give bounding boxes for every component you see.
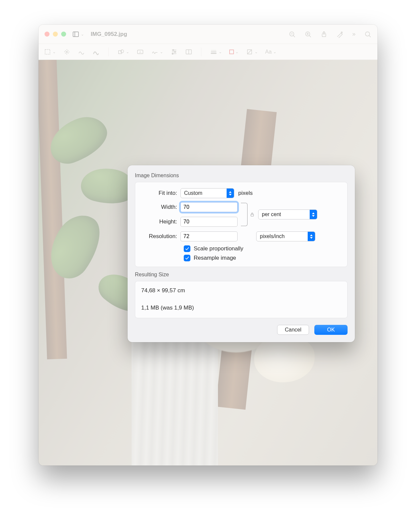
scale-proportionally-checkbox[interactable] <box>184 245 190 252</box>
resample-image-label: Resample image <box>194 255 236 261</box>
resulting-dimensions: 74,68 × 99,57 cm <box>141 287 341 295</box>
resolution-input[interactable] <box>180 231 238 241</box>
height-label: Height: <box>141 218 180 225</box>
fit-into-value: Custom <box>184 190 225 196</box>
width-input[interactable] <box>180 202 238 212</box>
width-label: Width: <box>141 204 180 210</box>
cancel-button[interactable]: Cancel <box>277 325 309 335</box>
select-stepper-icon <box>227 189 234 198</box>
svg-rect-33 <box>251 214 254 216</box>
resolution-unit-select[interactable]: pixels/inch <box>256 231 315 241</box>
dimensions-group: Fit into: Custom pixels Width: Height: <box>135 182 348 267</box>
wh-unit-select[interactable]: per cent <box>258 209 317 219</box>
dialog-title: Image Dimensions <box>135 173 348 179</box>
fit-into-unit: pixels <box>238 190 253 197</box>
resolution-unit-value: pixels/inch <box>260 233 306 239</box>
check-icon <box>185 246 189 251</box>
fit-into-label: Fit into: <box>141 190 180 197</box>
resolution-label: Resolution: <box>141 233 180 240</box>
fit-into-select[interactable]: Custom <box>180 188 234 198</box>
preview-window: ⌄ IMG_0952.jpg » ⌄ ⌄ A ⌄ ⌄ ⌄ ⌄ Aa⌄ <box>39 25 377 466</box>
wh-unit-value: per cent <box>262 211 308 217</box>
resulting-size-title: Resulting Size <box>135 272 348 278</box>
resample-image-checkbox[interactable] <box>184 255 190 261</box>
height-input[interactable] <box>180 217 238 227</box>
image-dimensions-dialog: Image Dimensions Fit into: Custom pixels… <box>128 165 355 342</box>
ok-button[interactable]: OK <box>314 325 348 335</box>
resulting-size-box: 74,68 × 99,57 cm 1,1 MB (was 1,9 MB) <box>135 281 348 318</box>
check-icon <box>185 256 189 260</box>
proportions-bracket <box>241 203 248 226</box>
resulting-filesize: 1,1 MB (was 1,9 MB) <box>141 304 341 312</box>
scale-proportionally-label: Scale proportionally <box>194 245 243 252</box>
select-stepper-icon <box>308 232 315 241</box>
select-stepper-icon <box>310 210 317 219</box>
lock-icon[interactable] <box>250 212 255 217</box>
